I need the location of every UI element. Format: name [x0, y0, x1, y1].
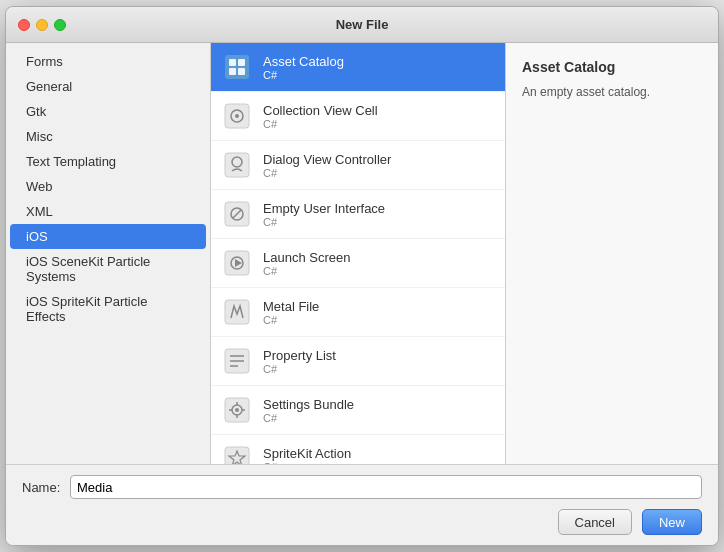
file-item-collection-view-cell[interactable]: Collection View CellC# — [211, 92, 505, 141]
traffic-lights — [18, 19, 66, 31]
sidebar-item-forms[interactable]: Forms — [10, 49, 206, 74]
file-item-launch-screen[interactable]: Launch ScreenC# — [211, 239, 505, 288]
file-lang-metal-file: C# — [263, 314, 319, 326]
svg-rect-1 — [229, 59, 236, 66]
svg-rect-2 — [238, 59, 245, 66]
file-item-spritekit-action[interactable]: SpriteKit ActionC# — [211, 435, 505, 464]
window-title: New File — [336, 17, 389, 32]
new-button[interactable]: New — [642, 509, 702, 535]
description-panel: Asset Catalog An empty asset catalog. — [506, 43, 718, 464]
description-text: An empty asset catalog. — [522, 83, 702, 101]
file-name-launch-screen: Launch Screen — [263, 250, 350, 265]
sidebar-item-ios-spritekit[interactable]: iOS SpriteKit Particle Effects — [10, 289, 206, 329]
file-item-property-list[interactable]: Property ListC# — [211, 337, 505, 386]
name-label: Name: — [22, 480, 62, 495]
sidebar-item-text-templating[interactable]: Text Templating — [10, 149, 206, 174]
launch-screen-icon — [221, 247, 253, 279]
sidebar-item-general[interactable]: General — [10, 74, 206, 99]
file-item-empty-user-interface[interactable]: Empty User InterfaceC# — [211, 190, 505, 239]
file-name-collection-view-cell: Collection View Cell — [263, 103, 378, 118]
file-lang-property-list: C# — [263, 363, 336, 375]
file-lang-dialog-view-controller: C# — [263, 167, 391, 179]
button-row: Cancel New — [22, 509, 702, 535]
file-name-asset-catalog: Asset Catalog — [263, 54, 344, 69]
property-list-icon — [221, 345, 253, 377]
file-name-empty-user-interface: Empty User Interface — [263, 201, 385, 216]
file-name-dialog-view-controller: Dialog View Controller — [263, 152, 391, 167]
file-name-property-list: Property List — [263, 348, 336, 363]
sidebar-item-gtk[interactable]: Gtk — [10, 99, 206, 124]
new-file-window: New File FormsGeneralGtkMiscText Templat… — [5, 6, 719, 546]
settings-bundle-icon — [221, 394, 253, 426]
file-list: Asset CatalogC# Collection View CellC# D… — [211, 43, 506, 464]
file-item-asset-catalog[interactable]: Asset CatalogC# — [211, 43, 505, 92]
close-button[interactable] — [18, 19, 30, 31]
svg-rect-4 — [238, 68, 245, 75]
file-item-dialog-view-controller[interactable]: Dialog View ControllerC# — [211, 141, 505, 190]
sidebar-item-web[interactable]: Web — [10, 174, 206, 199]
file-lang-empty-user-interface: C# — [263, 216, 385, 228]
sidebar-item-misc[interactable]: Misc — [10, 124, 206, 149]
cancel-button[interactable]: Cancel — [558, 509, 632, 535]
asset-catalog-icon — [221, 51, 253, 83]
spritekit-icon — [221, 443, 253, 464]
sidebar: FormsGeneralGtkMiscText TemplatingWebXML… — [6, 43, 211, 464]
file-lang-launch-screen: C# — [263, 265, 350, 277]
svg-point-23 — [235, 408, 239, 412]
sidebar-item-ios[interactable]: iOS — [10, 224, 206, 249]
file-name-settings-bundle: Settings Bundle — [263, 397, 354, 412]
minimize-button[interactable] — [36, 19, 48, 31]
svg-rect-3 — [229, 68, 236, 75]
file-lang-collection-view-cell: C# — [263, 118, 378, 130]
maximize-button[interactable] — [54, 19, 66, 31]
file-name-metal-file: Metal File — [263, 299, 319, 314]
name-row: Name: — [22, 475, 702, 499]
sidebar-item-xml[interactable]: XML — [10, 199, 206, 224]
metal-file-icon — [221, 296, 253, 328]
file-lang-asset-catalog: C# — [263, 69, 344, 81]
svg-rect-0 — [225, 55, 249, 79]
description-title: Asset Catalog — [522, 59, 702, 75]
sidebar-item-ios-scenekit[interactable]: iOS SceneKit Particle Systems — [10, 249, 206, 289]
dialog-view-icon — [221, 149, 253, 181]
file-name-spritekit-action: SpriteKit Action — [263, 446, 351, 461]
file-lang-settings-bundle: C# — [263, 412, 354, 424]
empty-ui-icon — [221, 198, 253, 230]
file-item-metal-file[interactable]: Metal FileC# — [211, 288, 505, 337]
bottom-bar: Name: Cancel New — [6, 464, 718, 545]
main-content: FormsGeneralGtkMiscText TemplatingWebXML… — [6, 43, 718, 464]
collection-view-icon — [221, 100, 253, 132]
titlebar: New File — [6, 7, 718, 43]
svg-point-7 — [235, 114, 239, 118]
file-item-settings-bundle[interactable]: Settings BundleC# — [211, 386, 505, 435]
name-input[interactable] — [70, 475, 702, 499]
